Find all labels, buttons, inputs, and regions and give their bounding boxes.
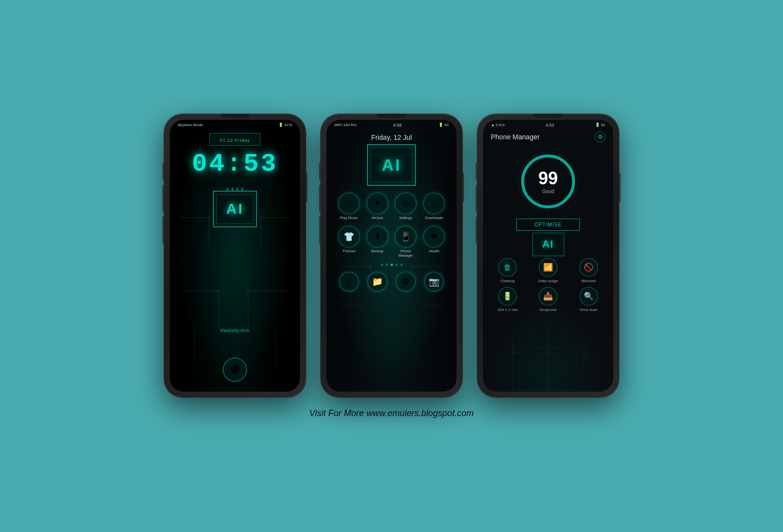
home-apps-row1: ♫ Play Music ♥ HiCare ⚙ (326, 191, 457, 222)
manager-circuit-svg (483, 294, 613, 392)
manager-time: 4:53 (546, 123, 554, 128)
phones-container: Airplane Mode 🔋 91% 07.12 Friday 04:53 (164, 114, 619, 398)
phone2-frame: WiFi 144 R/s 4:56 🔋 90 Friday, 12 Jul AI (321, 114, 462, 398)
play-music-icon[interactable]: ♫ (338, 193, 360, 214)
phone3-frame: ▲ 0 K/s 4:53 🔋 91 Phone Manager ⚙ (477, 114, 619, 398)
score-label: Good (542, 189, 554, 194)
dock-files-icon[interactable]: 📁 (368, 272, 387, 291)
phone1-screen: Airplane Mode 🔋 91% 07.12 Friday 04:53 (170, 120, 300, 392)
dock-apps-icon[interactable]: ⚙ (396, 272, 415, 291)
dock-camera-icon[interactable]: 📷 (424, 272, 444, 291)
manager-title: Phone Manager (491, 133, 540, 141)
score-number: 99 (538, 168, 558, 189)
svg-point-12 (218, 290, 220, 292)
home-ai-chip: AI (326, 144, 457, 186)
phone2-screen: WiFi 144 R/s 4:56 🔋 90 Friday, 12 Jul AI (326, 120, 457, 392)
dock-apps[interactable]: ⚙ (393, 272, 418, 291)
home-screen: WiFi 144 R/s 4:56 🔋 90 Friday, 12 Jul AI (326, 120, 457, 392)
website-footer: Visit For More www.emuiers.blogspot.com (309, 408, 474, 419)
manager-ai-text: AI (542, 239, 554, 250)
dock-files[interactable]: 📁 (365, 272, 390, 291)
dock-music-icon[interactable]: ♩ (339, 272, 359, 291)
dock-music[interactable]: ♩ (336, 272, 362, 291)
manager-blocked[interactable]: 🚫 Blocked (571, 258, 606, 283)
optimise-button[interactable]: OPTIMISE (516, 219, 580, 231)
svg-rect-14 (224, 276, 246, 296)
themes-label: Themes (342, 249, 355, 253)
app-phone-manager[interactable]: 📱 Phone Manager (393, 226, 418, 258)
phone1-frame: Airplane Mode 🔋 91% 07.12 Friday 04:53 (164, 114, 306, 398)
phone2-wrapper: WiFi 144 R/s 4:56 🔋 90 Friday, 12 Jul AI (321, 114, 462, 398)
gear-icon: ⚙ (598, 133, 603, 140)
manager-ai-chip: AI (490, 233, 606, 256)
svg-point-25 (511, 352, 513, 354)
dot-1 (381, 264, 383, 266)
lock-status-left: Airplane Mode (178, 123, 203, 127)
manager-cleanup[interactable]: 🗑 Cleanup (490, 258, 526, 283)
home-date: Friday, 12 Jul (326, 133, 457, 141)
blocked-label: Blocked (581, 279, 595, 283)
lock-battery-pct: 91 (284, 123, 289, 127)
manager-settings-button[interactable]: ⚙ (595, 132, 605, 142)
svg-point-13 (247, 290, 249, 292)
lock-ai-chip: AI (170, 191, 300, 227)
backup-icon[interactable]: ⬆ (367, 226, 388, 247)
lock-electricity: Electricity:91% (170, 328, 300, 333)
lock-status-bar: Airplane Mode 🔋 91% (170, 120, 300, 129)
home-apps-row2: 👕 Themes ⬆ Backup 📱 (326, 224, 457, 260)
manager-grid-row1: 🗑 Cleanup 📶 Data usage 🚫 (490, 258, 606, 283)
backup-label: Backup (371, 249, 383, 253)
dot-2 (386, 264, 388, 266)
home-dock: ♩ 📁 ⚙ (326, 268, 457, 295)
phone3-screen: ▲ 0 K/s 4:53 🔋 91 Phone Manager ⚙ (483, 120, 613, 392)
hicare-label: HiCare (371, 216, 383, 220)
play-music-label: Play Music (340, 216, 358, 220)
phone-manager-icon[interactable]: 📱 (395, 226, 416, 247)
themes-icon[interactable]: 👕 (338, 226, 360, 247)
downloads-icon[interactable]: ↓ (423, 193, 445, 214)
cleanup-label: Cleanup (500, 279, 515, 283)
dot-5 (400, 264, 403, 266)
phone-manager-label: Phone Manager (393, 249, 418, 258)
score-center: 99 Good (514, 147, 582, 216)
phone3-wrapper: ▲ 0 K/s 4:53 🔋 91 Phone Manager ⚙ (477, 114, 619, 398)
app-backup[interactable]: ⬆ Backup (365, 226, 390, 258)
svg-point-27 (583, 352, 585, 354)
manager-header: Phone Manager ⚙ (490, 130, 606, 144)
lock-date: 07.12 Friday (220, 138, 250, 143)
manager-data-usage[interactable]: 📶 Data usage (530, 258, 566, 283)
lock-screen: Airplane Mode 🔋 91% 07.12 Friday 04:53 (170, 120, 300, 392)
lock-time: 04:53 (170, 150, 300, 178)
app-health[interactable]: ❤ Health (421, 226, 447, 258)
cleanup-icon[interactable]: 🗑 (498, 258, 517, 277)
dock-camera[interactable]: 📷 (421, 272, 447, 291)
lock-fingerprint[interactable]: ⬟ (223, 357, 247, 382)
manager-signal: ▲ 0 K/s (491, 123, 505, 127)
home-battery: 🔋 90 (438, 123, 449, 127)
dot-4 (395, 264, 398, 266)
score-ring: 99 Good (514, 147, 582, 216)
app-hicare[interactable]: ♥ HiCare (365, 193, 390, 220)
settings-label: Settings (399, 216, 412, 220)
app-play-music[interactable]: ♫ Play Music (336, 193, 362, 220)
app-themes[interactable]: 👕 Themes (336, 226, 362, 258)
optimise-label: OPTIMISE (534, 222, 562, 227)
lock-battery: 🔋 91% (278, 123, 292, 127)
home-wifi: WiFi 144 R/s (334, 123, 357, 127)
svg-point-26 (547, 352, 549, 354)
manager-status-bar: ▲ 0 K/s 4:53 🔋 91 (490, 120, 606, 130)
manager-screen: ▲ 0 K/s 4:53 🔋 91 Phone Manager ⚙ (483, 120, 613, 392)
health-label: Health (429, 249, 439, 253)
app-downloads[interactable]: ↓ Downloads (421, 193, 447, 220)
phone1-wrapper: Airplane Mode 🔋 91% 07.12 Friday 04:53 (164, 114, 306, 398)
home-page-dots (326, 264, 457, 266)
health-icon[interactable]: ❤ (423, 226, 445, 247)
data-usage-icon[interactable]: 📶 (539, 258, 557, 277)
home-time: 4:56 (393, 123, 402, 128)
blocked-icon[interactable]: 🚫 (579, 258, 598, 277)
dot-3 (391, 264, 393, 266)
hicare-icon[interactable]: ♥ (367, 193, 388, 214)
settings-icon[interactable]: ⚙ (395, 193, 416, 214)
manager-battery: 🔋 91 (595, 123, 605, 127)
app-settings[interactable]: ⚙ Settings (393, 193, 418, 220)
